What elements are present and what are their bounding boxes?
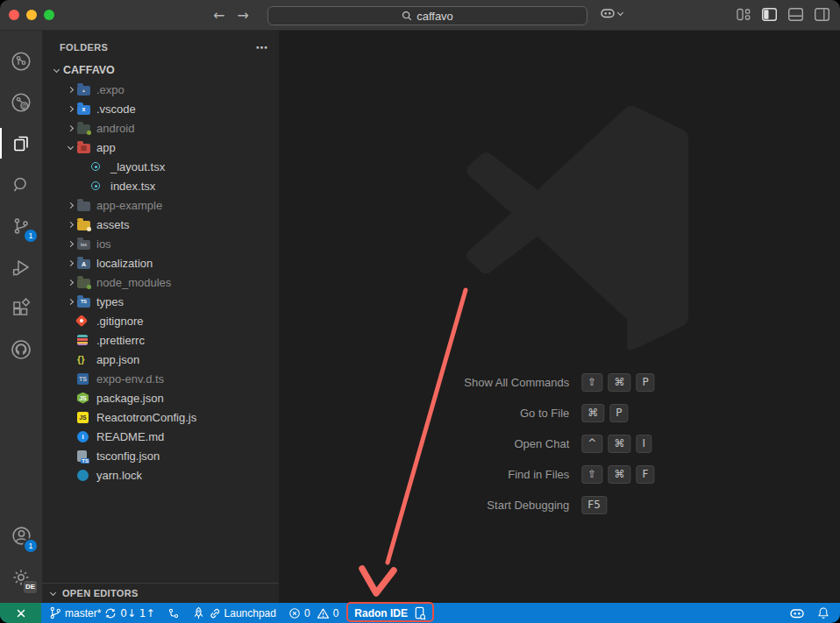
git-branch-item[interactable]: master* 0↓ 1↑ [43, 603, 161, 623]
tree-item--expo[interactable]: ▲.expo [42, 80, 279, 99]
launchpad-item[interactable]: Launchpad [186, 603, 282, 623]
tree-item-app-example[interactable]: app-example [42, 195, 279, 215]
ts-icon: TS [77, 373, 96, 385]
tree-item-app-json[interactable]: {}app.json [42, 350, 279, 369]
launchpad-label: Launchpad [224, 607, 276, 619]
chevron-right-icon [67, 259, 73, 265]
react-icon [91, 162, 110, 171]
sidebar-item-search[interactable] [0, 164, 42, 205]
git-graph-icon [167, 607, 180, 619]
tree-item-node-modules[interactable]: node_modules [42, 273, 279, 292]
sidebar-item-extensions[interactable] [0, 287, 42, 329]
close-button[interactable] [9, 10, 19, 20]
shortcut-keys: ^⌘I [581, 435, 654, 453]
sync-icon [104, 607, 117, 619]
tree-item-package-json[interactable]: JSpackage.json [42, 388, 279, 407]
tree-item--vscode[interactable]: x.vscode [42, 99, 279, 118]
sidebar-item-run-debug[interactable] [0, 246, 42, 287]
tree-item-label: .vscode [96, 103, 136, 116]
bell-icon [817, 606, 829, 619]
vscode-watermark-logo [438, 105, 688, 350]
remote-indicator[interactable] [0, 603, 41, 623]
git-icon [77, 316, 96, 325]
copilot-icon [600, 7, 616, 19]
folder-locale-icon: A [77, 258, 96, 269]
tree-item--gitignore[interactable]: .gitignore [42, 311, 279, 330]
json-icon: {} [77, 355, 96, 365]
tree-item-readme-md[interactable]: iREADME.md [42, 427, 279, 446]
radon-ide-item[interactable]: Radon IDE [348, 603, 432, 623]
status-bar: master* 0↓ 1↑ Launchpad 0 0 Radon IDE [0, 603, 840, 623]
warnings-count: 0 [333, 607, 339, 619]
toggle-secondary-sidebar-icon[interactable] [815, 8, 829, 21]
folder-app-icon: ▦ [77, 142, 96, 153]
tree-item-android[interactable]: android [42, 118, 279, 138]
prettier-icon [77, 335, 96, 345]
command-center-search[interactable]: caffavo [267, 6, 587, 25]
copilot-status-item[interactable] [783, 603, 811, 623]
sidebar-item-github[interactable] [0, 329, 42, 370]
settings-button[interactable]: DE [0, 556, 42, 598]
tree-item-index-tsx[interactable]: index.tsx [42, 176, 279, 195]
notifications-item[interactable] [811, 603, 840, 623]
accounts-button[interactable]: 1 [0, 515, 42, 556]
zoom-button[interactable] [44, 10, 54, 20]
tree-item--prettierrc[interactable]: .prettierrc [42, 330, 279, 350]
profile-badge: DE [24, 581, 37, 593]
tree-item-localization[interactable]: Alocalization [42, 253, 279, 273]
open-editors-section[interactable]: OPEN EDITORS [42, 583, 279, 603]
tree-item-caffavo[interactable]: CAFFAVO [42, 60, 279, 80]
more-actions-icon[interactable]: ⋯ [256, 40, 268, 54]
sidebar-item-radon-circle[interactable] [0, 40, 42, 81]
back-icon[interactable]: ← [213, 0, 224, 31]
accounts-badge: 1 [25, 540, 37, 552]
folder-node-icon [77, 277, 96, 288]
link-icon [209, 607, 221, 619]
chevron-right-icon [67, 221, 73, 227]
problems-item[interactable]: 0 0 [282, 603, 345, 623]
chevron-right-icon [67, 240, 73, 246]
tree-item-label: .prettierrc [96, 334, 145, 347]
toggle-panel-icon[interactable] [788, 8, 803, 21]
keycap: P [609, 404, 628, 422]
tree-item-yarn-lock[interactable]: yarn.lock [42, 465, 279, 485]
forward-icon[interactable]: → [237, 0, 248, 31]
tree-item-label: app.json [96, 353, 139, 366]
search-icon [402, 11, 412, 21]
keycap: ⌘ [608, 435, 630, 453]
keycap: F [636, 465, 654, 484]
copilot-menu[interactable] [600, 7, 623, 19]
shortcut-keys: ⇧⌘P [581, 373, 654, 392]
toggle-primary-sidebar-icon[interactable] [762, 8, 777, 21]
tree-item-expo-env-d-ts[interactable]: TSexpo-env.d.ts [42, 369, 279, 388]
window-controls [9, 10, 54, 20]
copilot-icon [789, 607, 805, 619]
tree-item-reactotronconfig-js[interactable]: JSReactotronConfig.js [42, 407, 279, 427]
sidebar-item-source-control[interactable]: 1 [0, 205, 42, 246]
folder-vscode-icon: x [77, 103, 96, 115]
chevron-right-icon [67, 124, 73, 131]
tree-item-label: app-example [96, 199, 162, 212]
sidebar-item-radon-devices[interactable]: @ [0, 81, 42, 123]
chevron-right-icon [67, 202, 73, 208]
react-icon [91, 181, 110, 190]
tree-item-label: types [96, 295, 124, 308]
tree-item-app[interactable]: ▦app [42, 138, 279, 157]
minimize-button[interactable] [26, 10, 37, 20]
tree-item-tsconfig-json[interactable]: tsconfig.json [42, 446, 279, 465]
tree-item-ios[interactable]: iosios [42, 234, 279, 253]
tree-item-label: README.md [96, 430, 164, 443]
customize-layout-icon[interactable] [737, 8, 751, 21]
tree-item-assets[interactable]: assets [42, 215, 279, 234]
keycap: ⌘ [608, 465, 630, 484]
tsconfig-icon [77, 450, 96, 462]
git-graph-item[interactable] [161, 603, 186, 623]
folder-expo-icon: ▲ [77, 84, 96, 96]
tree-item-types[interactable]: TStypes [42, 292, 279, 311]
chevron-down-icon [617, 9, 623, 15]
folder-types-icon: TS [77, 296, 96, 308]
tree-item--layout-tsx[interactable]: _layout.tsx [42, 157, 279, 176]
keycap: F5 [581, 496, 607, 514]
sidebar-item-explorer[interactable] [0, 123, 42, 164]
chevron-down-icon [67, 143, 73, 149]
